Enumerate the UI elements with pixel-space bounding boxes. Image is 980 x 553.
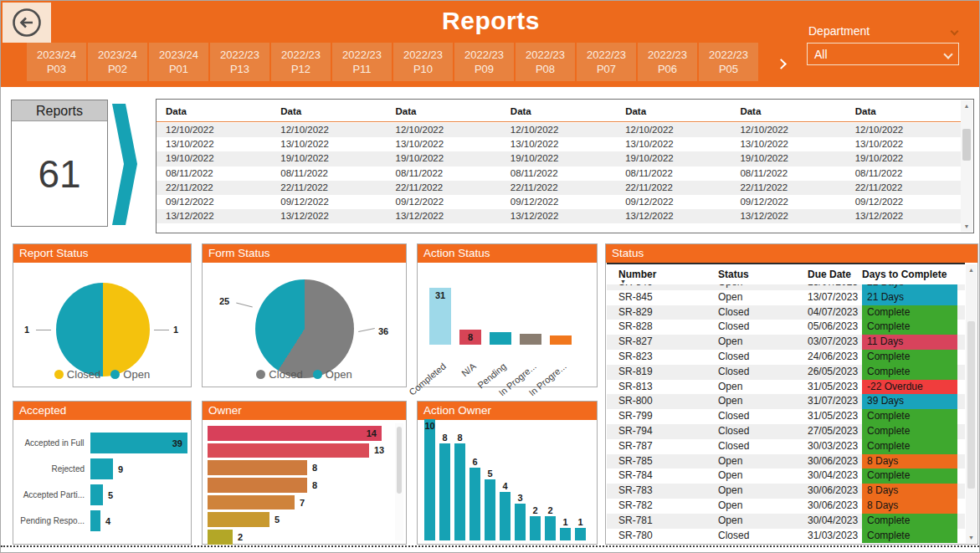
- form-status-pie[interactable]: [255, 279, 354, 378]
- status-table-row[interactable]: SR-785Open30/06/20238 Days: [607, 454, 965, 469]
- owner-scrollbar[interactable]: [395, 423, 403, 540]
- department-dropdown[interactable]: All: [807, 43, 959, 65]
- action-owner-bar-2[interactable]: 8: [439, 443, 450, 540]
- status-table-row[interactable]: SR-828Closed05/06/2023Complete: [607, 320, 965, 335]
- status-table-row[interactable]: SR-784Open30/04/2023Complete: [607, 469, 965, 484]
- owner-bar-2[interactable]: 13: [208, 443, 369, 458]
- status-table-row[interactable]: SR-819Closed26/05/2023Complete: [607, 365, 965, 380]
- period-tab-p12[interactable]: 2022/23P12: [271, 43, 331, 81]
- period-tab-p08[interactable]: 2022/23P08: [516, 43, 575, 81]
- period-tab-p03[interactable]: 2023/24P03: [27, 43, 86, 81]
- period-tab-p07[interactable]: 2022/23P07: [577, 43, 636, 81]
- status-column-header-days-to-complete[interactable]: Days to Complete: [862, 264, 957, 284]
- scrollbar-thumb[interactable]: [967, 321, 975, 489]
- period-tab-period: P07: [577, 62, 636, 76]
- action-owner-bar-7[interactable]: 3: [515, 504, 526, 540]
- chevron-down-icon[interactable]: [951, 27, 959, 35]
- period-tab-p01[interactable]: 2023/24P01: [149, 43, 208, 81]
- data-table-row[interactable]: 19/10/202219/10/202219/10/202219/10/2022…: [156, 151, 961, 166]
- legend-item-closed[interactable]: Closed: [54, 368, 100, 381]
- next-periods-button[interactable]: [777, 56, 785, 71]
- data-table-column-header[interactable]: Data: [387, 101, 501, 121]
- data-table-column-header[interactable]: Data: [846, 101, 961, 121]
- panel-title: Accepted: [13, 402, 191, 420]
- status-table-row[interactable]: SR-813Open31/05/2023-22 Overdue: [607, 380, 965, 395]
- data-table-column-header[interactable]: Data: [271, 101, 386, 121]
- action-owner-bar-9[interactable]: 2: [545, 516, 556, 540]
- status-column-header-status[interactable]: Status: [718, 264, 808, 284]
- report-status-pie[interactable]: [56, 283, 150, 376]
- status-column-header-due-date[interactable]: Due Date: [808, 264, 862, 284]
- accepted-bar-2[interactable]: 9: [90, 458, 113, 479]
- owner-bar-3[interactable]: 8: [208, 460, 307, 475]
- data-table-row[interactable]: 08/11/202208/11/202208/11/202208/11/2022…: [156, 166, 961, 181]
- scrollbar-thumb[interactable]: [397, 427, 402, 494]
- status-table-row[interactable]: SR-846Open13/07/202321 Days: [607, 284, 965, 290]
- data-table-row[interactable]: 13/10/202213/10/202213/10/202213/10/2022…: [156, 137, 961, 151]
- action-status-bar-4[interactable]: [520, 334, 541, 345]
- data-table-column-header[interactable]: Data: [156, 101, 271, 121]
- data-table-row[interactable]: 09/12/202209/12/202209/12/202209/12/2022…: [156, 195, 961, 209]
- action-owner-bar-6[interactable]: 4: [500, 492, 511, 540]
- data-table-row[interactable]: 13/12/202213/12/202213/12/202213/12/2022…: [156, 209, 961, 223]
- status-table-row[interactable]: SR-781Open30/04/2023Complete: [607, 514, 965, 529]
- status-table-row[interactable]: SR-829Closed04/07/2023Complete: [607, 305, 965, 320]
- accepted-bar-4[interactable]: 4: [90, 510, 100, 531]
- status-table-row[interactable]: SR-823Closed24/06/2023Complete: [607, 350, 965, 365]
- owner-bar-6[interactable]: 5: [208, 512, 269, 527]
- action-status-bar-3[interactable]: [490, 332, 511, 345]
- action-owner-bar-11[interactable]: 1: [575, 528, 586, 540]
- owner-bar-5[interactable]: 7: [208, 495, 295, 510]
- period-tab-p02[interactable]: 2023/24P02: [88, 43, 147, 81]
- owner-bar-4[interactable]: 8: [208, 478, 307, 493]
- period-tab-p13[interactable]: 2022/23P13: [210, 43, 269, 81]
- scroll-down-icon[interactable]: ▼: [966, 535, 977, 540]
- scrollbar-thumb[interactable]: [962, 129, 971, 161]
- status-table-row[interactable]: SR-787Closed30/03/2023Complete: [607, 439, 965, 454]
- data-table-column-header[interactable]: Data: [501, 101, 616, 121]
- action-owner-bar-5[interactable]: 5: [485, 479, 495, 540]
- status-table-row[interactable]: SR-845Open13/07/202321 Days: [607, 290, 965, 305]
- scroll-down-icon[interactable]: ▼: [961, 223, 972, 229]
- status-table-row[interactable]: SR-794Closed27/05/2023Complete: [607, 424, 965, 439]
- period-tab-p09[interactable]: 2022/23P09: [454, 43, 514, 81]
- period-tab-p10[interactable]: 2022/23P10: [393, 43, 453, 81]
- data-table-scrollbar[interactable]: ▲ ▼: [961, 100, 972, 232]
- data-table-column-header[interactable]: Data: [616, 101, 731, 121]
- status-column-header-number[interactable]: Number▼: [618, 264, 718, 284]
- period-tab-p11[interactable]: 2022/23P11: [332, 43, 392, 81]
- action-owner-bar-10[interactable]: 1: [560, 528, 571, 540]
- action-owner-bar-3[interactable]: 8: [454, 443, 465, 540]
- action-owner-bar-8[interactable]: 2: [530, 516, 541, 540]
- data-table-cell: 12/10/2022: [501, 123, 616, 137]
- accepted-bar-3[interactable]: 5: [90, 484, 103, 505]
- status-table-row[interactable]: SR-800Open31/07/202339 Days: [607, 394, 965, 409]
- status-table-viewport: SR-846Open13/07/202321 DaysSR-845Open13/…: [607, 284, 965, 543]
- action-status-bar-5[interactable]: [550, 335, 572, 345]
- accepted-bar-1[interactable]: 39: [90, 433, 187, 453]
- action-owner-bar-1[interactable]: 10: [424, 419, 435, 540]
- action-status-bar-2[interactable]: 8: [459, 330, 481, 345]
- period-tab-year: 2022/23: [271, 48, 331, 62]
- status-table-row[interactable]: SR-827Open03/07/202311 Days: [607, 335, 965, 350]
- owner-bar-7[interactable]: 2: [208, 530, 233, 545]
- status-table-row[interactable]: SR-783Open30/06/20238 Days: [607, 484, 965, 499]
- owner-bar-1[interactable]: 14: [208, 426, 382, 441]
- legend-item-open[interactable]: Open: [110, 368, 150, 381]
- status-table-row[interactable]: SR-782Open30/06/20238 Days: [607, 499, 965, 514]
- status-table-row[interactable]: SR-780Closed31/03/2023Complete: [607, 529, 965, 543]
- data-table-row[interactable]: 12/10/202212/10/202212/10/202212/10/2022…: [156, 123, 961, 137]
- data-table-row[interactable]: 22/11/202222/11/202222/11/202222/11/2022…: [156, 181, 961, 195]
- scroll-up-icon[interactable]: ▲: [961, 103, 972, 109]
- status-table-row[interactable]: SR-799Closed31/05/2023Complete: [607, 409, 965, 424]
- action-owner-bar-4[interactable]: 6: [469, 468, 480, 540]
- period-tab-p05[interactable]: 2022/23P05: [699, 43, 758, 81]
- legend-item-closed[interactable]: Closed: [256, 368, 302, 381]
- status-table-scrollbar[interactable]: ▲ ▼: [966, 264, 977, 543]
- status-cell-number: SR-800: [618, 394, 718, 409]
- action-status-bar-1[interactable]: 31: [429, 288, 451, 345]
- scroll-up-icon[interactable]: ▲: [966, 267, 977, 273]
- data-table-column-header[interactable]: Data: [731, 101, 845, 121]
- period-tab-p06[interactable]: 2022/23P06: [638, 43, 697, 81]
- legend-item-open[interactable]: Open: [313, 368, 352, 381]
